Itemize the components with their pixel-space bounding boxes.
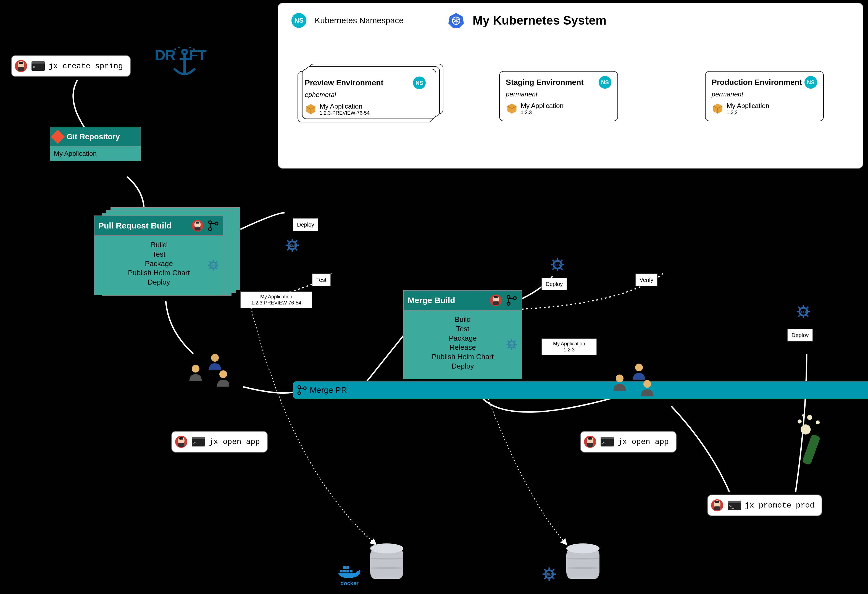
merge-pr-label: Merge PR: [310, 386, 347, 395]
tag-test: Test: [312, 273, 331, 286]
merge-icon: [297, 385, 307, 395]
ns-badge-icon: NS: [291, 13, 306, 28]
step: Test: [98, 250, 219, 259]
package-icon: [305, 103, 317, 115]
env-name: Production Environment: [712, 78, 802, 87]
jenkins-icon: [14, 59, 28, 72]
draft-logo: DR FT: [155, 47, 210, 81]
step: Deploy: [98, 278, 219, 287]
svg-point-44: [211, 354, 219, 362]
cmd-text: jx create spring: [49, 62, 123, 71]
tag-deploy-3: Deploy: [787, 329, 813, 341]
artifact-name: My Application: [244, 294, 309, 300]
env-version: 1.2.3-PREVIEW-76-54: [320, 110, 370, 116]
review-team-icon-2: [612, 362, 664, 403]
svg-rect-47: [343, 570, 346, 572]
k8s-title: My Kubernetes System: [473, 13, 607, 27]
step: Deploy: [408, 362, 518, 371]
artifact-name: My Application: [545, 341, 594, 347]
merge-build-title: Merge Build: [408, 296, 455, 305]
svg-point-43: [193, 48, 195, 50]
git-repository-box: Git Repository My Application: [50, 127, 141, 161]
env-kind: ephemeral: [305, 91, 426, 99]
svg-text:DR: DR: [155, 47, 176, 63]
merge-build-steps: Build Test Package Release Publish Helm …: [403, 310, 522, 379]
git-repository-header: Git Repository: [50, 127, 141, 146]
svg-point-41: [178, 47, 180, 48]
env-name: Preview Environment: [305, 78, 384, 87]
helm-icon: [506, 338, 518, 350]
env-app: My Application: [320, 102, 370, 110]
env-production: Production Environment NS permanent My A…: [705, 71, 824, 121]
svg-rect-51: [350, 570, 353, 572]
package-icon: [506, 102, 518, 115]
cmd-promote-prod: jx promote prod: [707, 495, 822, 516]
artifact-release: My Application 1.2.3: [542, 338, 597, 355]
jenkins-icon: [710, 499, 724, 512]
svg-rect-50: [347, 566, 349, 569]
svg-rect-46: [340, 570, 342, 572]
k8s-header: NS Kubernetes Namespace My Kubernetes Sy…: [278, 3, 863, 34]
k8s-ns-label: Kubernetes Namespace: [314, 16, 404, 25]
svg-rect-48: [347, 570, 349, 572]
pr-build-header: Pull Request Build: [94, 216, 224, 236]
svg-text:FT: FT: [189, 47, 207, 63]
step: Release: [408, 343, 518, 352]
tag-deploy: Deploy: [293, 218, 318, 231]
merge-build-box: Merge Build Build Test Package Release P…: [403, 290, 522, 379]
merge-build-header: Merge Build: [403, 290, 522, 310]
docker-logo: docker: [337, 564, 362, 587]
k8s-system: NS Kubernetes Namespace My Kubernetes Sy…: [278, 3, 863, 168]
env-app: My Application: [726, 102, 769, 110]
svg-rect-49: [343, 566, 346, 569]
step: Build: [408, 315, 518, 324]
ns-badge-icon: NS: [599, 76, 611, 89]
pr-build-steps: Build Test Package Publish Helm Chart De…: [94, 236, 224, 296]
terminal-icon: [601, 437, 614, 446]
step: Publish Helm Chart: [408, 352, 518, 362]
env-name: Staging Environment: [506, 78, 584, 87]
env-version: 1.2.3: [521, 110, 564, 115]
jenkins-icon: [191, 219, 204, 232]
merge-icon: [506, 294, 518, 306]
artifact-preview: My Application 1.2.3-PREVIEW-76-54: [241, 291, 312, 308]
step: Test: [408, 324, 518, 334]
kubernetes-icon: [448, 12, 464, 29]
jenkins-icon: [490, 294, 502, 307]
env-staging: Staging Environment NS permanent My Appl…: [499, 71, 618, 121]
tag-deploy-2: Deploy: [542, 278, 567, 290]
artifact-version: 1.2.3-PREVIEW-76-54: [244, 300, 309, 306]
step: Publish Helm Chart: [98, 268, 219, 278]
pr-build-stack: Pull Request Build Build Test Package Pu…: [94, 216, 243, 304]
cmd-create-spring: jx create spring: [11, 55, 131, 77]
cmd-text: jx promote prod: [745, 501, 815, 510]
cmd-open-app-2: jx open app: [580, 431, 676, 452]
git-repo-app: My Application: [50, 146, 141, 161]
helm-icon: [207, 259, 219, 271]
helm-icon: [285, 238, 300, 253]
step: Build: [98, 240, 219, 250]
git-icon: [51, 130, 65, 144]
terminal-icon: [31, 61, 45, 71]
review-team-icon: [188, 352, 241, 394]
helm-icon: [796, 304, 811, 319]
terminal-icon: [728, 501, 741, 510]
docker-registry: [370, 548, 403, 579]
helm-icon: [550, 257, 565, 272]
jenkins-icon: [583, 435, 597, 448]
package-icon: [712, 102, 724, 115]
jenkins-icon: [174, 435, 188, 448]
env-kind: permanent: [506, 90, 611, 98]
terminal-icon: [192, 437, 205, 446]
pr-build-title: Pull Request Build: [98, 221, 171, 230]
ns-badge-icon: NS: [413, 77, 426, 89]
env-kind: permanent: [712, 90, 817, 98]
cmd-text: jx open app: [618, 437, 669, 446]
merge-pr-button[interactable]: Merge PR: [293, 381, 868, 399]
step: Package: [98, 259, 219, 269]
helm-chart-repo: [566, 548, 599, 579]
tag-verify: Verify: [635, 273, 657, 286]
env-version: 1.2.3: [726, 110, 769, 115]
pull-request-icon: [208, 220, 219, 232]
svg-point-37: [182, 50, 187, 54]
